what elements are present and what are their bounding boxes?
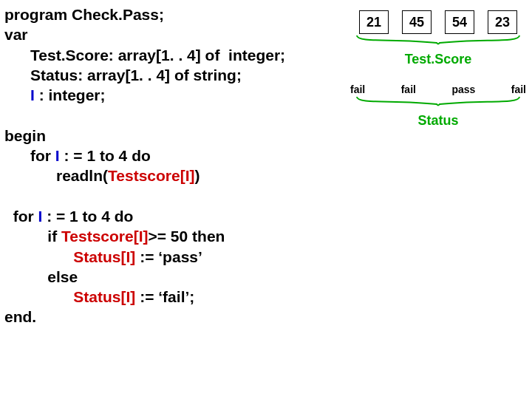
- ident-testscore: Testscore[I]: [108, 167, 194, 184]
- code-line-10c: >= 50 then: [149, 228, 225, 245]
- code-line-6: begin: [4, 127, 46, 144]
- score-cell: 54: [445, 10, 474, 34]
- code-line-1: program Check.Pass;: [4, 6, 164, 23]
- code-line-11a: [4, 248, 73, 265]
- code-line-5a: [4, 86, 30, 103]
- code-block: program Check.Pass; var Test.Score: arra…: [4, 4, 285, 327]
- code-line-5c: : integer;: [35, 86, 106, 103]
- code-line-14: end.: [4, 308, 36, 325]
- brace-icon: [347, 34, 529, 50]
- status-cell: pass: [451, 83, 475, 95]
- ident-testscore: Testscore[I]: [61, 228, 148, 245]
- code-line-13c: := ‘fail’;: [135, 288, 194, 305]
- status-values: fail fail pass fail: [347, 83, 529, 95]
- array-diagram: 21 45 54 23 Test.Score fail fail pass fa…: [347, 10, 529, 129]
- brace-icon: [347, 95, 529, 112]
- score-cell: 21: [359, 10, 389, 34]
- score-array-label: Test.Score: [347, 52, 529, 67]
- code-line-8c: ): [195, 167, 200, 184]
- status-array-label: Status: [347, 113, 529, 129]
- code-line-2: var: [4, 26, 28, 43]
- code-line-7a: for: [4, 147, 55, 164]
- score-cell: 45: [402, 10, 432, 34]
- code-line-8a: readln(: [4, 167, 108, 184]
- status-cell: fail: [401, 83, 416, 95]
- code-line-12: else: [4, 268, 78, 285]
- ident-status: Status[I]: [73, 248, 135, 265]
- code-line-9c: : = 1 to 4 do: [42, 208, 133, 225]
- code-line-9a: for: [4, 208, 38, 225]
- code-line-10a: if: [4, 228, 61, 245]
- code-line-3: Test.Score: array[1. . 4] of integer;: [4, 47, 285, 64]
- score-cell: 23: [488, 10, 517, 34]
- score-boxes: 21 45 54 23: [347, 10, 529, 34]
- code-line-7c: : = 1 to 4 do: [60, 147, 151, 164]
- code-line-4: Status: array[1. . 4] of string;: [4, 66, 242, 83]
- status-cell: fail: [350, 83, 365, 95]
- ident-status: Status[I]: [73, 288, 135, 305]
- code-line-13a: [4, 288, 73, 305]
- status-cell: fail: [511, 83, 526, 95]
- code-line-11c: := ‘pass’: [135, 248, 202, 265]
